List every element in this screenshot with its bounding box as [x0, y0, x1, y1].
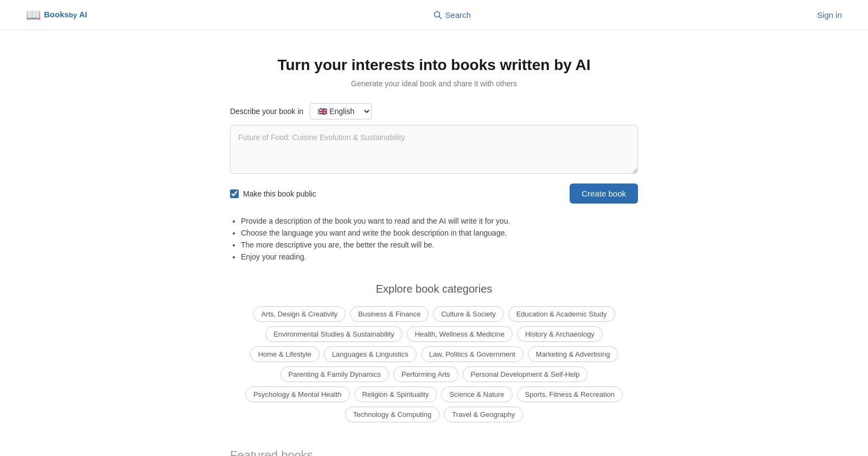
search-icon: [433, 11, 442, 20]
category-tag[interactable]: Technology & Computing: [345, 407, 440, 422]
categories-grid: Arts, Design & CreativityBusiness & Fina…: [230, 306, 638, 422]
tip-3: The more descriptive you are, the better…: [241, 240, 638, 249]
featured-section: Featured books: [230, 448, 638, 456]
category-tag[interactable]: Education & Academic Study: [508, 306, 615, 322]
category-tag[interactable]: Parenting & Family Dynamics: [280, 366, 390, 382]
category-tag[interactable]: Performing Arts: [393, 366, 458, 382]
book-description-textarea[interactable]: [230, 125, 638, 174]
tips-list: Provide a description of the book you wa…: [230, 217, 638, 261]
category-tag[interactable]: Sports, Fitness & Recreation: [517, 387, 623, 402]
search-button[interactable]: Search: [433, 10, 471, 20]
create-book-button[interactable]: Create book: [570, 183, 638, 204]
language-row: Describe your book in 🇬🇧 English 🇪🇸 Span…: [230, 103, 638, 119]
language-select[interactable]: 🇬🇧 English 🇪🇸 Spanish 🇫🇷 French 🇩🇪 Germa…: [310, 103, 372, 119]
public-checkbox-group: Make this book public: [230, 189, 316, 198]
logo-book-icon: 📖: [26, 8, 41, 22]
logo-text: Booksby AI: [44, 10, 87, 20]
tip-1: Provide a description of the book you wa…: [241, 217, 638, 225]
category-tag[interactable]: Languages & Linguistics: [324, 346, 417, 362]
categories-title: Explore book categories: [230, 283, 638, 295]
category-tag[interactable]: Marketing & Advertising: [528, 346, 618, 362]
featured-title: Featured books: [230, 448, 638, 456]
categories-section: Explore book categories Arts, Design & C…: [230, 283, 638, 422]
category-tag[interactable]: History & Archaeology: [517, 326, 603, 342]
category-tag[interactable]: Business & Finance: [350, 306, 429, 322]
describe-label: Describe your book in: [230, 107, 303, 116]
category-tag[interactable]: Personal Development & Self-Help: [463, 366, 588, 382]
category-tag[interactable]: Psychology & Mental Health: [245, 387, 350, 402]
hero-title: Turn your interests into books written b…: [230, 56, 638, 74]
checkbox-row: Make this book public Create book: [230, 183, 638, 204]
search-label: Search: [445, 10, 471, 20]
public-checkbox-label: Make this book public: [243, 189, 316, 198]
category-tag[interactable]: Religion & Spirituality: [354, 387, 437, 402]
category-tag[interactable]: Law, Politics & Government: [421, 346, 524, 362]
category-tag[interactable]: Home & Lifestyle: [250, 346, 320, 362]
signin-anchor[interactable]: Sign in: [817, 10, 842, 20]
signin-link[interactable]: Sign in: [817, 10, 842, 20]
category-tag[interactable]: Environmental Studies & Sustainability: [265, 326, 403, 342]
svg-line-1: [439, 16, 441, 18]
public-checkbox[interactable]: [230, 189, 239, 198]
category-tag[interactable]: Culture & Society: [433, 306, 503, 322]
category-tag[interactable]: Health, Wellness & Medicine: [407, 326, 513, 342]
tip-4: Enjoy your reading.: [241, 252, 638, 261]
hero-subtitle: Generate your ideal book and share it wi…: [230, 79, 638, 88]
category-tag[interactable]: Arts, Design & Creativity: [253, 306, 346, 322]
tip-2: Choose the language you want and write t…: [241, 229, 638, 237]
category-tag[interactable]: Travel & Geography: [444, 407, 523, 422]
logo[interactable]: 📖 Booksby AI: [26, 8, 87, 22]
category-tag[interactable]: Science & Nature: [441, 387, 512, 402]
